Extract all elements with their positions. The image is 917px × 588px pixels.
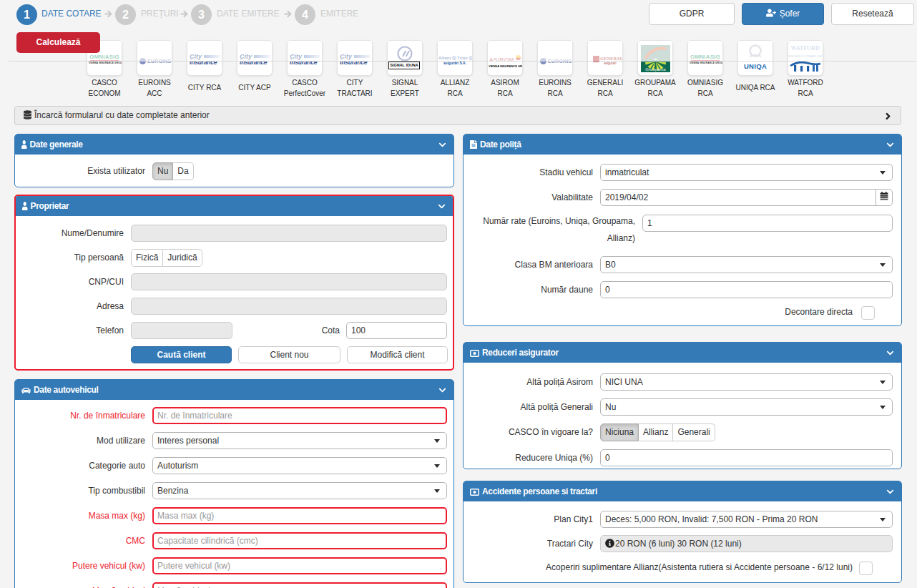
svg-text:Groupama: Groupama bbox=[645, 67, 666, 72]
